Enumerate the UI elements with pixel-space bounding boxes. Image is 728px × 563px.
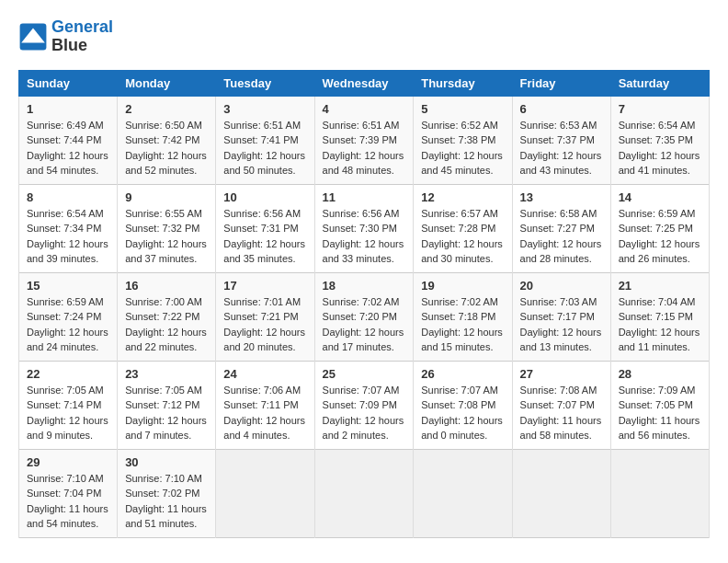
- sunset-label: Sunset: 7:38 PM: [421, 134, 495, 145]
- daylight-label: Daylight: 12 hours and 20 minutes.: [223, 327, 305, 353]
- calendar-day-cell: 17 Sunrise: 7:01 AM Sunset: 7:21 PM Dayl…: [216, 272, 314, 361]
- weekday-header: Monday: [118, 70, 216, 96]
- calendar-day-cell: 8 Sunrise: 6:54 AM Sunset: 7:34 PM Dayli…: [19, 184, 118, 272]
- day-info: Sunrise: 7:10 AM Sunset: 7:04 PM Dayligh…: [27, 471, 109, 532]
- daylight-label: Daylight: 11 hours and 54 minutes.: [27, 503, 108, 530]
- calendar-day-cell: 7 Sunrise: 6:54 AM Sunset: 7:35 PM Dayli…: [610, 96, 709, 184]
- sunset-label: Sunset: 7:21 PM: [223, 311, 298, 322]
- calendar-day-cell: 9 Sunrise: 6:55 AM Sunset: 7:32 PM Dayli…: [118, 184, 216, 272]
- day-info: Sunrise: 6:59 AM Sunset: 7:24 PM Dayligh…: [27, 294, 109, 355]
- daylight-label: Daylight: 12 hours and 35 minutes.: [223, 238, 305, 265]
- daylight-label: Daylight: 12 hours and 13 minutes.: [520, 327, 602, 353]
- daylight-label: Daylight: 12 hours and 28 minutes.: [520, 238, 602, 265]
- calendar-day-cell: 4 Sunrise: 6:51 AM Sunset: 7:39 PM Dayli…: [314, 96, 414, 184]
- calendar-day-cell: [314, 449, 414, 537]
- day-info: Sunrise: 6:56 AM Sunset: 7:31 PM Dayligh…: [223, 206, 306, 267]
- day-info: Sunrise: 6:58 AM Sunset: 7:27 PM Dayligh…: [520, 206, 603, 267]
- sunrise-label: Sunrise: 6:56 AM: [223, 208, 301, 219]
- sunset-label: Sunset: 7:41 PM: [223, 134, 298, 145]
- day-info: Sunrise: 7:01 AM Sunset: 7:21 PM Dayligh…: [223, 294, 306, 355]
- page-header: General Blue: [18, 18, 710, 55]
- sunrise-label: Sunrise: 6:58 AM: [520, 208, 597, 219]
- weekday-header: Saturday: [610, 70, 709, 96]
- day-info: Sunrise: 6:49 AM Sunset: 7:44 PM Dayligh…: [27, 118, 109, 178]
- day-info: Sunrise: 7:08 AM Sunset: 7:07 PM Dayligh…: [520, 383, 603, 443]
- sunrise-label: Sunrise: 7:05 AM: [27, 385, 104, 396]
- calendar-day-cell: [512, 449, 610, 537]
- calendar-day-cell: 30 Sunrise: 7:10 AM Sunset: 7:02 PM Dayl…: [118, 449, 216, 537]
- day-info: Sunrise: 6:55 AM Sunset: 7:32 PM Dayligh…: [125, 206, 208, 267]
- day-number: 6: [520, 102, 603, 116]
- calendar-day-cell: 13 Sunrise: 6:58 AM Sunset: 7:27 PM Dayl…: [512, 184, 610, 272]
- sunset-label: Sunset: 7:22 PM: [125, 311, 199, 322]
- sunrise-label: Sunrise: 6:59 AM: [619, 208, 696, 219]
- sunset-label: Sunset: 7:08 PM: [421, 399, 495, 410]
- day-number: 17: [223, 279, 306, 293]
- day-number: 19: [421, 279, 504, 293]
- calendar-day-cell: 10 Sunrise: 6:56 AM Sunset: 7:31 PM Dayl…: [216, 184, 314, 272]
- day-info: Sunrise: 7:00 AM Sunset: 7:22 PM Dayligh…: [125, 294, 208, 355]
- day-info: Sunrise: 6:53 AM Sunset: 7:37 PM Dayligh…: [520, 118, 603, 178]
- day-info: Sunrise: 7:09 AM Sunset: 7:05 PM Dayligh…: [619, 383, 701, 443]
- calendar-day-cell: 11 Sunrise: 6:56 AM Sunset: 7:30 PM Dayl…: [314, 184, 414, 272]
- day-number: 8: [27, 190, 109, 204]
- calendar-day-cell: [610, 449, 709, 537]
- sunrise-label: Sunrise: 6:51 AM: [323, 120, 400, 131]
- day-number: 20: [520, 279, 603, 293]
- daylight-label: Daylight: 12 hours and 9 minutes.: [27, 415, 108, 442]
- sunrise-label: Sunrise: 7:02 AM: [323, 296, 400, 307]
- sunset-label: Sunset: 7:32 PM: [125, 223, 199, 234]
- sunset-label: Sunset: 7:20 PM: [323, 311, 397, 322]
- calendar-day-cell: 22 Sunrise: 7:05 AM Sunset: 7:14 PM Dayl…: [19, 361, 118, 449]
- day-info: Sunrise: 6:52 AM Sunset: 7:38 PM Dayligh…: [421, 118, 504, 178]
- sunset-label: Sunset: 7:39 PM: [323, 134, 397, 145]
- day-info: Sunrise: 7:03 AM Sunset: 7:17 PM Dayligh…: [520, 294, 603, 355]
- sunrise-label: Sunrise: 6:54 AM: [619, 120, 696, 131]
- sunset-label: Sunset: 7:31 PM: [223, 223, 298, 234]
- calendar-day-cell: 14 Sunrise: 6:59 AM Sunset: 7:25 PM Dayl…: [610, 184, 709, 272]
- sunrise-label: Sunrise: 7:04 AM: [619, 296, 696, 307]
- calendar-body: 1 Sunrise: 6:49 AM Sunset: 7:44 PM Dayli…: [19, 96, 710, 537]
- day-number: 18: [323, 279, 406, 293]
- day-number: 27: [520, 367, 603, 381]
- calendar-day-cell: 24 Sunrise: 7:06 AM Sunset: 7:11 PM Dayl…: [216, 361, 314, 449]
- calendar-week-row: 1 Sunrise: 6:49 AM Sunset: 7:44 PM Dayli…: [19, 96, 710, 184]
- sunset-label: Sunset: 7:15 PM: [619, 311, 693, 322]
- daylight-label: Daylight: 12 hours and 37 minutes.: [125, 238, 207, 265]
- calendar-day-cell: 21 Sunrise: 7:04 AM Sunset: 7:15 PM Dayl…: [610, 272, 709, 361]
- daylight-label: Daylight: 12 hours and 22 minutes.: [125, 327, 207, 353]
- day-info: Sunrise: 7:05 AM Sunset: 7:12 PM Dayligh…: [125, 383, 208, 443]
- sunset-label: Sunset: 7:27 PM: [520, 223, 595, 234]
- daylight-label: Daylight: 12 hours and 30 minutes.: [421, 238, 503, 265]
- daylight-label: Daylight: 12 hours and 7 minutes.: [125, 415, 207, 442]
- sunset-label: Sunset: 7:35 PM: [619, 134, 693, 145]
- calendar-day-cell: [216, 449, 314, 537]
- sunset-label: Sunset: 7:24 PM: [27, 311, 101, 322]
- day-info: Sunrise: 6:50 AM Sunset: 7:42 PM Dayligh…: [125, 118, 208, 178]
- daylight-label: Daylight: 12 hours and 26 minutes.: [619, 238, 700, 265]
- calendar-week-row: 22 Sunrise: 7:05 AM Sunset: 7:14 PM Dayl…: [19, 361, 710, 449]
- sunrise-label: Sunrise: 6:49 AM: [27, 120, 104, 131]
- day-number: 2: [125, 102, 208, 116]
- daylight-label: Daylight: 12 hours and 0 minutes.: [421, 415, 503, 442]
- sunrise-label: Sunrise: 6:59 AM: [27, 296, 104, 307]
- day-number: 21: [619, 279, 701, 293]
- day-number: 10: [223, 190, 306, 204]
- day-info: Sunrise: 6:59 AM Sunset: 7:25 PM Dayligh…: [619, 206, 701, 267]
- day-number: 13: [520, 190, 603, 204]
- daylight-label: Daylight: 12 hours and 4 minutes.: [223, 415, 305, 442]
- weekday-header: Friday: [512, 70, 610, 96]
- sunset-label: Sunset: 7:25 PM: [619, 223, 693, 234]
- day-number: 22: [27, 367, 109, 381]
- day-number: 14: [619, 190, 701, 204]
- sunrise-label: Sunrise: 7:07 AM: [421, 385, 498, 396]
- daylight-label: Daylight: 12 hours and 48 minutes.: [323, 150, 404, 177]
- weekday-header: Wednesday: [314, 70, 414, 96]
- day-number: 12: [421, 190, 504, 204]
- sunrise-label: Sunrise: 6:53 AM: [520, 120, 597, 131]
- calendar-day-cell: 25 Sunrise: 7:07 AM Sunset: 7:09 PM Dayl…: [314, 361, 414, 449]
- day-info: Sunrise: 7:04 AM Sunset: 7:15 PM Dayligh…: [619, 294, 701, 355]
- day-info: Sunrise: 7:02 AM Sunset: 7:20 PM Dayligh…: [323, 294, 406, 355]
- sunrise-label: Sunrise: 7:03 AM: [520, 296, 597, 307]
- logo-text: General Blue: [51, 18, 113, 55]
